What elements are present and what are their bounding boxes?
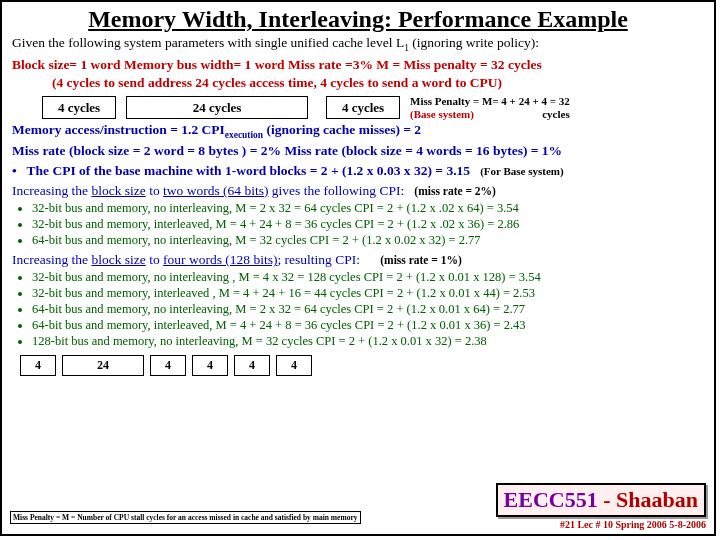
page-title: Memory Width, Interleaving: Performance … [2, 6, 714, 33]
cycle-diagram-1: 4 cycles 24 cycles 4 cycles Miss Penalty… [42, 95, 704, 119]
given-text: Given the following system parameters wi… [12, 35, 704, 54]
list-64: 32-bit bus and memory, no interleaving, … [12, 201, 704, 248]
increasing-64: Increasing the block size to two words (… [12, 183, 704, 199]
box-4a: 4 cycles [42, 96, 116, 120]
course-box: EECC551 - Shaaban [496, 483, 706, 517]
penalty-note: Miss Penalty = M= 4 + 24 + 4 = 32 (Base … [410, 95, 570, 119]
sbox-4b: 4 [150, 355, 186, 375]
tiny-footnote: Miss Penalty = M = Number of CPU stall c… [10, 511, 361, 524]
sbox-4d: 4 [234, 355, 270, 375]
mem-access-line: Memory access/instruction = 1.2 CPIexecu… [12, 122, 704, 141]
params-line2: (4 cycles to send address 24 cycles acce… [52, 75, 704, 91]
sbox-4e: 4 [276, 355, 312, 375]
sbox-24: 24 [62, 355, 144, 375]
params-line1: Block size= 1 word Memory bus width= 1 w… [12, 57, 704, 73]
miss-rate-line: Miss rate (block size = 2 word = 8 bytes… [12, 143, 704, 159]
box-24: 24 cycles [126, 96, 308, 120]
cycle-diagram-2: 4 24 4 4 4 4 [20, 355, 704, 375]
sbox-4c: 4 [192, 355, 228, 375]
box-4b: 4 cycles [326, 96, 400, 120]
base-cpi: • The CPI of the base machine with 1-wor… [12, 163, 704, 179]
sbox-4a: 4 [20, 355, 56, 375]
list-128: 32-bit bus and memory, no interleaving ,… [12, 270, 704, 349]
increasing-128: Increasing the block size to four words … [12, 252, 704, 268]
lec-info: #21 Lec # 10 Spring 2006 5-8-2006 [496, 519, 706, 530]
footer: EECC551 - Shaaban #21 Lec # 10 Spring 20… [496, 483, 706, 530]
